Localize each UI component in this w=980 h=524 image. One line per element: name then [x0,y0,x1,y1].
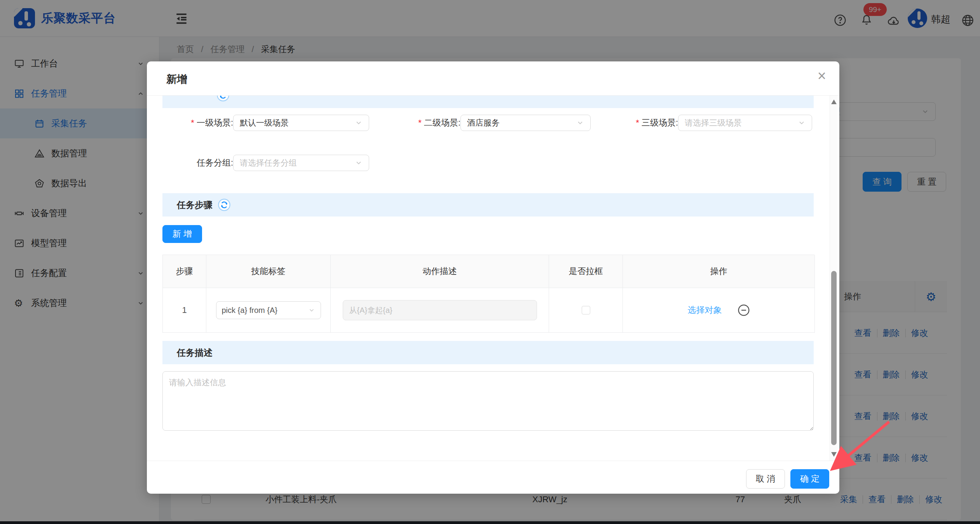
col-header-step: 步骤 [163,255,206,288]
select-object-link[interactable]: 选择对象 [688,304,722,316]
task-description-textarea[interactable] [162,371,814,431]
scroll-down-arrow[interactable] [831,452,837,457]
steps-section-header: 任务步骤 [162,193,814,217]
modal-scrollbar[interactable] [830,96,837,461]
chevron-down-icon [576,119,584,127]
chevron-down-icon [798,119,806,127]
scene2-select[interactable]: 酒店服务 [460,115,591,131]
steps-table: 步骤 技能标签 动作描述 是否拉框 操作 1 pick {a} from {A}… [162,255,814,333]
chevron-down-icon [355,119,363,127]
skill-tag-select[interactable]: pick {a} from {A} [216,301,321,319]
action-description-input[interactable]: 从{A}拿起{a} [343,300,537,320]
refresh-icon[interactable] [218,199,230,211]
minus-circle-icon[interactable] [738,304,750,316]
refresh-icon[interactable] [217,96,229,101]
task-group-select[interactable]: 请选择任务分组 [233,155,369,171]
scene3-placeholder: 请选择三级场景 [685,117,798,128]
col-header-action: 动作描述 [331,255,549,288]
scene2-value: 酒店服务 [467,117,576,128]
col-header-skill: 技能标签 [206,255,331,288]
add-step-button[interactable]: 新 增 [162,225,202,243]
col-header-operation: 操作 [623,255,815,288]
add-task-modal: 新增 × *一级场景: 默认一级场景 *二级场景: 酒店服务 *三级场景: 请选… [147,61,839,494]
pullbox-checkbox[interactable] [582,306,590,314]
close-icon[interactable]: × [818,68,826,83]
scene3-select[interactable]: 请选择三级场景 [678,115,812,131]
task-group-placeholder: 请选择任务分组 [240,157,355,168]
scene1-select[interactable]: 默认一级场景 [233,115,369,131]
scene1-value: 默认一级场景 [240,117,355,128]
chevron-down-icon [355,159,363,167]
steps-section-title: 任务步骤 [177,199,213,211]
scene2-label: *二级场景: [386,115,460,131]
modal-title: 新增 [166,72,187,86]
cancel-button[interactable]: 取 消 [746,469,785,489]
description-section-header: 任务描述 [162,341,814,364]
app-window: 乐聚数采平台 99+ 韩超 工作台 任务管理 [0,0,980,524]
task-group-label: 任务分组: [159,155,233,171]
chevron-down-icon [308,307,315,314]
confirm-button[interactable]: 确 定 [790,469,829,489]
scroll-up-arrow[interactable] [831,100,837,104]
scene1-label: *一级场景: [159,115,233,131]
col-header-pullbox: 是否拉框 [549,255,623,288]
scene3-label: *三级场景: [603,115,678,131]
scrollbar-thumb[interactable] [831,271,837,445]
step-number-cell: 1 [163,288,206,333]
description-section-title: 任务描述 [177,347,213,359]
skill-tag-value: pick {a} from {A} [222,306,308,315]
scene-section-band-clipped [162,96,814,108]
